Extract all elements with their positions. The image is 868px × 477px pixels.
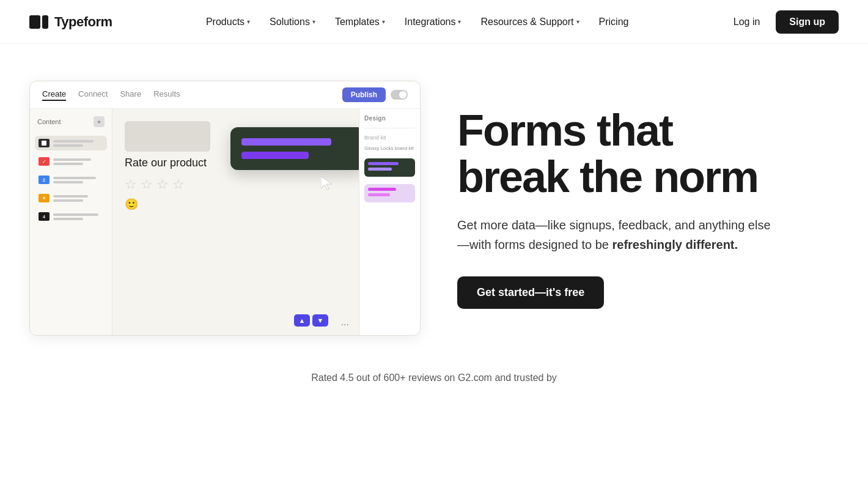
mockup-topbar: Create Connect Share Results Publish	[30, 81, 420, 109]
hero-section: Create Connect Share Results Publish Con…	[0, 44, 868, 360]
mockup-prev-button[interactable]: ▲	[294, 314, 310, 327]
mockup-tab-connect[interactable]: Connect	[78, 89, 108, 101]
product-mockup: Create Connect Share Results Publish Con…	[29, 81, 421, 336]
mockup-tabs: Create Connect Share Results	[42, 89, 180, 101]
chevron-down-icon: ▾	[312, 18, 315, 25]
mockup-brand-card-dark[interactable]	[364, 158, 415, 177]
mockup-star-rating: ☆ ☆ ☆ ☆	[125, 177, 347, 193]
mockup-sidebar: Content + ✓ 2	[30, 109, 112, 335]
mockup-body: Content + ✓ 2	[30, 109, 420, 335]
mockup-dark-card	[230, 127, 359, 170]
login-button[interactable]: Log in	[723, 10, 771, 34]
bottom-rating: Rated 4.5 out of 600+ reviews on G2.com …	[0, 360, 868, 396]
mockup-tab-create[interactable]: Create	[42, 89, 66, 101]
mockup-main-area: Rate our product ☆ ☆ ☆ ☆ 🙂	[112, 109, 359, 335]
mockup-next-button[interactable]: ▼	[312, 314, 328, 327]
mockup-right-panel: Design Brand kit Glossy Locks brand kit	[359, 109, 420, 335]
mockup-publish-button[interactable]: Publish	[342, 87, 386, 102]
logo-text: Typeform	[54, 14, 112, 30]
hero-heading: Forms that break the norm	[457, 108, 839, 200]
hero-subtext: Get more data—like signups, feedback, an…	[457, 215, 775, 254]
nav-solutions[interactable]: Solutions ▾	[261, 12, 324, 32]
mockup-toggle[interactable]	[391, 90, 408, 100]
mockup-image-placeholder	[125, 121, 210, 152]
nav-actions: Log in Sign up	[723, 10, 839, 34]
mockup-sidebar-header: Content +	[35, 116, 107, 127]
mockup-sidebar-item: 2	[35, 172, 107, 187]
chevron-down-icon: ▾	[247, 18, 250, 25]
nav-pricing[interactable]: Pricing	[590, 12, 638, 32]
nav-templates[interactable]: Templates ▾	[326, 12, 394, 32]
mockup-sidebar-item: ★	[35, 191, 107, 205]
mockup-overflow-menu[interactable]: ···	[341, 319, 349, 330]
cta-button[interactable]: Get started—it's free	[457, 276, 604, 309]
mockup-add-button[interactable]: +	[94, 116, 105, 127]
nav-integrations[interactable]: Integrations ▾	[396, 12, 470, 32]
signup-button[interactable]: Sign up	[776, 10, 839, 34]
navbar: Typeform Products ▾ Solutions ▾ Template…	[0, 0, 868, 44]
logo-icon	[29, 15, 48, 29]
mockup-design-label: Design	[364, 115, 415, 122]
chevron-down-icon: ▾	[382, 18, 385, 25]
mockup-cursor	[321, 176, 333, 193]
mockup-frame: Create Connect Share Results Publish Con…	[29, 81, 421, 336]
mockup-tab-share[interactable]: Share	[120, 89, 141, 101]
nav-links: Products ▾ Solutions ▾ Templates ▾ Integ…	[197, 12, 637, 32]
mockup-bar-2	[241, 152, 309, 159]
mockup-bar-1	[241, 138, 331, 146]
hero-text: Forms that break the norm Get more data—…	[457, 108, 839, 308]
nav-products[interactable]: Products ▾	[197, 12, 259, 32]
mockup-tab-results[interactable]: Results	[153, 89, 180, 101]
chevron-down-icon: ▾	[576, 18, 579, 25]
mockup-sidebar-item: ✓	[35, 154, 107, 169]
svg-marker-0	[321, 176, 332, 190]
mockup-reaction: 🙂	[125, 198, 347, 211]
mockup-nav-arrows: ▲ ▼	[294, 314, 328, 327]
mockup-brand-name: Glossy Locks brand kit	[364, 146, 415, 151]
chevron-down-icon: ▾	[458, 18, 461, 25]
mockup-sidebar-item	[35, 136, 107, 150]
logo-link[interactable]: Typeform	[29, 14, 112, 30]
mockup-brand-card-light[interactable]	[364, 184, 415, 202]
nav-resources[interactable]: Resources & Support ▾	[472, 12, 587, 32]
mockup-brand-kit-label: Brand kit	[364, 135, 415, 141]
mockup-sidebar-item: 4	[35, 209, 107, 224]
